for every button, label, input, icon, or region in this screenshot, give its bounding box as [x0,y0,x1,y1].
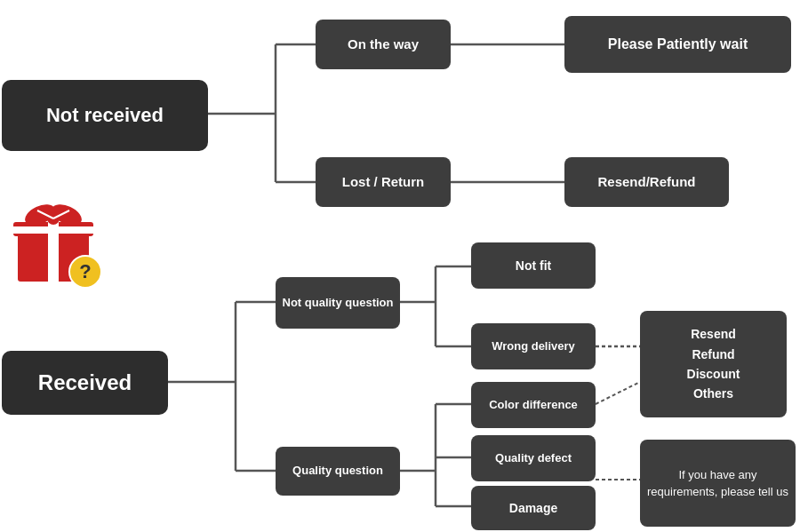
color-difference-node: Color difference [471,382,596,428]
resend-refund-top-node: Resend/Refund [564,157,729,207]
svg-rect-29 [13,226,93,234]
resend-refund-box-node: Resend Refund Discount Others [640,311,787,417]
question-badge: ? [68,255,102,289]
lost-return-node: Lost / Return [316,157,451,207]
please-wait-node: Please Patiently wait [564,16,791,73]
gift-box-illustration: ? [9,195,98,284]
flowchart-diagram: ? Not received On the way Please Patient… [0,0,800,532]
not-quality-node: Not quality question [276,277,400,329]
not-received-node: Not received [2,80,208,151]
wrong-delivery-node: Wrong delivery [471,323,596,369]
quality-question-node: Quality question [276,447,400,496]
damage-node: Damage [471,486,596,530]
received-node: Received [2,351,168,415]
quality-defect-node: Quality defect [471,435,596,481]
svg-line-23 [596,382,640,404]
on-the-way-node: On the way [316,20,451,69]
resend-refund-box-content: Resend Refund Discount Others [687,324,740,404]
not-fit-node: Not fit [471,242,596,289]
requirements-node: If you have any requirements, please tel… [640,440,796,527]
